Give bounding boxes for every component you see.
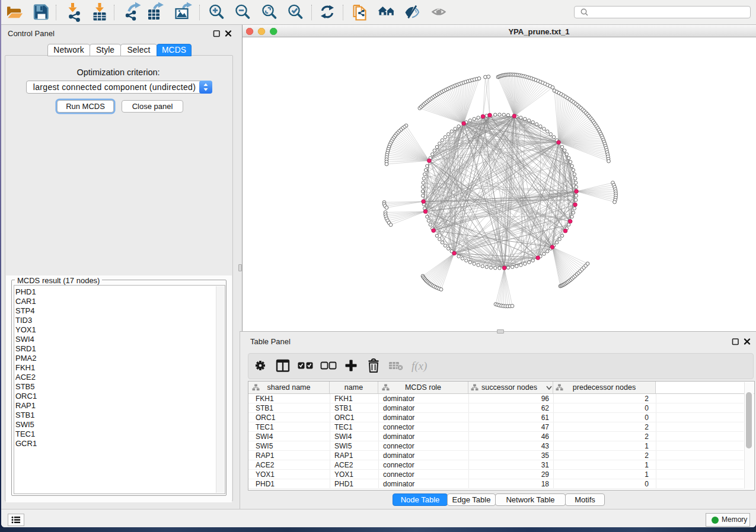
svg-text:f(x): f(x) <box>412 360 427 373</box>
